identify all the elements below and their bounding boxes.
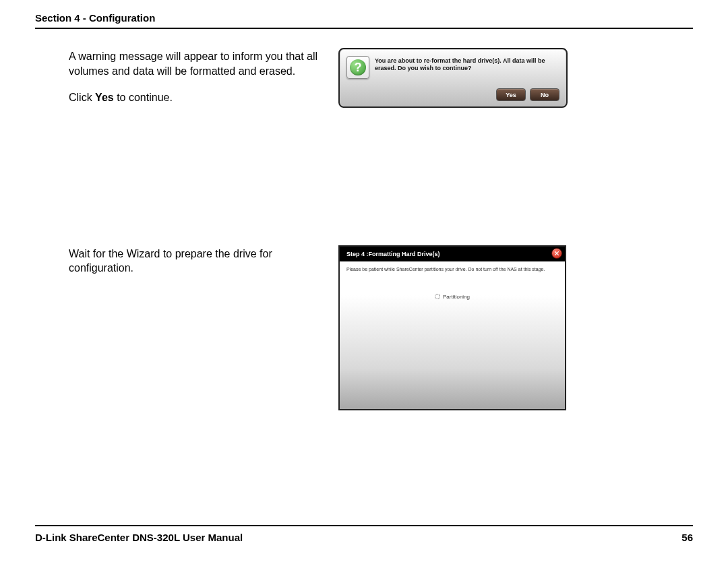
wait-paragraph: Wait for the Wizard to prepare the drive… xyxy=(69,247,325,276)
click-yes-paragraph: Click Yes to continue. xyxy=(69,90,325,105)
content-block-2: Wait for the Wizard to prepare the drive… xyxy=(35,245,693,410)
instruction-text-1: A warning message will appear to inform … xyxy=(35,48,325,117)
manual-title: D-Link ShareCenter DNS-320L User Manual xyxy=(35,532,243,543)
instruction-text-2: Wait for the Wizard to prepare the drive… xyxy=(35,245,325,288)
screenshot-1: ? You are about to re-format the hard dr… xyxy=(338,48,693,108)
close-icon[interactable] xyxy=(551,248,562,259)
formatting-dialog-header: Step 4 :Formatting Hard Drive(s) xyxy=(340,247,565,261)
formatting-dialog: Step 4 :Formatting Hard Drive(s) Please … xyxy=(338,245,566,410)
spinner-icon xyxy=(435,294,440,299)
formatting-status: Partitioning xyxy=(340,294,565,300)
no-button[interactable]: No xyxy=(530,88,559,101)
page-footer: D-Link ShareCenter DNS-320L User Manual … xyxy=(35,525,693,543)
question-icon: ? xyxy=(346,56,369,79)
yes-button[interactable]: Yes xyxy=(496,88,526,101)
formatting-dialog-message: Please be patient while ShareCenter part… xyxy=(340,261,565,272)
confirm-dialog: ? You are about to re-format the hard dr… xyxy=(338,48,568,108)
page-number: 56 xyxy=(681,532,693,543)
section-title: Section 4 - Configuration xyxy=(35,12,693,24)
page-header: Section 4 - Configuration xyxy=(35,12,693,29)
content-block-1: A warning message will appear to inform … xyxy=(35,48,693,117)
warning-paragraph: A warning message will appear to inform … xyxy=(69,49,325,78)
formatting-dialog-title: Step 4 :Formatting Hard Drive(s) xyxy=(346,251,440,257)
screenshot-2: Step 4 :Formatting Hard Drive(s) Please … xyxy=(338,245,693,410)
confirm-dialog-message: You are about to re-format the hard driv… xyxy=(375,56,559,73)
